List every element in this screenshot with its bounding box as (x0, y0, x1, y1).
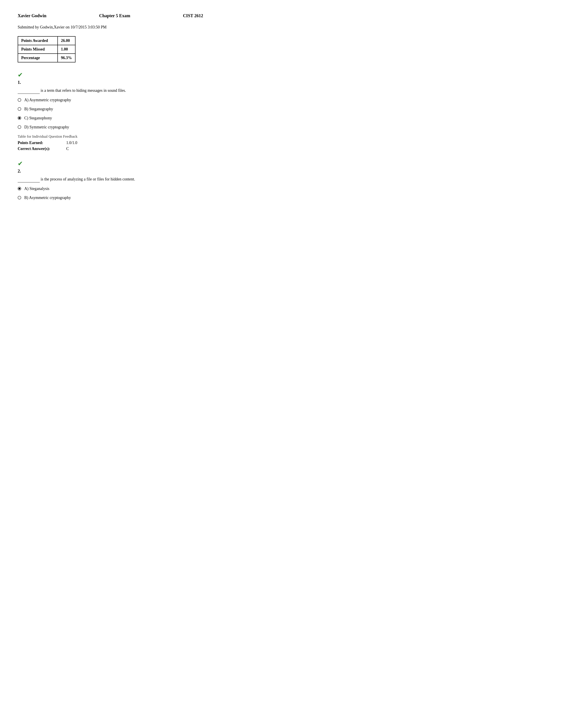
points-earned-row: Points Earned:1.0/1.0 (18, 141, 203, 145)
radio-container (18, 116, 22, 121)
score-label: Percentage (18, 54, 58, 62)
page-header: Xavier Godwin Chapter 5 Exam CIST 2612 (18, 13, 203, 18)
option-D: D) Symmetric cryptography (18, 125, 203, 130)
option-B: B) Steganography (18, 107, 203, 112)
option-text: B) Asymmetric cryptography (24, 195, 71, 200)
radio-container (18, 107, 22, 112)
questions-container: ✔1. is a term that refers to hiding mess… (18, 71, 203, 201)
course-code: CIST 2612 (183, 13, 203, 18)
points-earned-label: Points Earned: (18, 141, 62, 145)
score-value: 96.3% (58, 54, 75, 62)
correct-answer-value: C (66, 146, 69, 151)
score-row: Percentage96.3% (18, 54, 75, 62)
question-number: 1. (18, 80, 203, 85)
option-text: B) Steganography (24, 107, 53, 111)
blank (18, 88, 40, 94)
points-earned-value: 1.0/1.0 (66, 141, 77, 145)
submission-info: Submitted by Godwin,Xavier on 10/7/2015 … (18, 25, 203, 30)
radio-button[interactable] (18, 116, 21, 120)
radio-button[interactable] (18, 196, 21, 199)
score-value: 1.00 (58, 45, 75, 54)
exam-title: Chapter 5 Exam (46, 13, 183, 18)
option-A: A) Asymmetric cryptography (18, 98, 203, 103)
correct-icon: ✔ (18, 71, 203, 79)
feedback-section: Table for Individual Question FeedbackPo… (18, 134, 203, 151)
radio-container (18, 187, 22, 191)
option-C: C) Steganophony (18, 116, 203, 121)
correct-answer-label: Correct Answer(s): (18, 146, 62, 151)
radio-button[interactable] (18, 187, 21, 190)
option-A: A) Steganalysis (18, 186, 203, 191)
radio-button[interactable] (18, 107, 21, 111)
option-text: A) Steganalysis (24, 186, 49, 191)
radio-button[interactable] (18, 98, 21, 102)
option-B: B) Asymmetric cryptography (18, 195, 203, 201)
question-1: ✔1. is a term that refers to hiding mess… (18, 71, 203, 151)
option-text: D) Symmetric cryptography (24, 125, 69, 129)
question-2: ✔2. is the process of analyzing a file o… (18, 160, 203, 201)
option-text: C) Steganophony (24, 116, 52, 120)
correct-answer-row: Correct Answer(s):C (18, 146, 203, 151)
radio-button[interactable] (18, 125, 21, 129)
radio-container (18, 98, 22, 103)
question-text: is a term that refers to hiding messages… (18, 88, 203, 94)
score-row: Points Missed1.00 (18, 45, 75, 54)
radio-container (18, 125, 22, 130)
score-value: 26.00 (58, 36, 75, 45)
correct-icon: ✔ (18, 160, 203, 167)
student-name: Xavier Godwin (18, 13, 46, 18)
radio-container (18, 196, 22, 201)
score-table: Points Awarded26.00Points Missed1.00Perc… (18, 36, 75, 62)
question-number: 2. (18, 169, 203, 174)
score-label: Points Missed (18, 45, 58, 54)
score-row: Points Awarded26.00 (18, 36, 75, 45)
option-text: A) Asymmetric cryptography (24, 98, 71, 102)
score-label: Points Awarded (18, 36, 58, 45)
feedback-title: Table for Individual Question Feedback (18, 134, 203, 139)
blank (18, 176, 40, 182)
question-text: is the process of analyzing a file or fi… (18, 176, 203, 182)
